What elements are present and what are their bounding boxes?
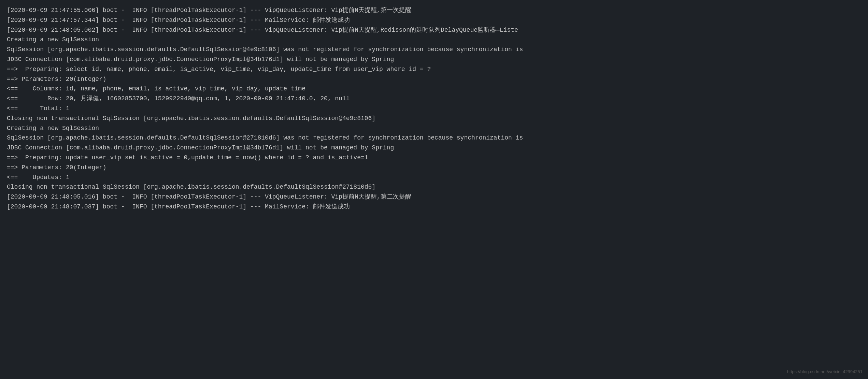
log-line-15: JDBC Connection [com.alibaba.druid.proxy…: [7, 143, 861, 153]
log-line-5: SqlSession [org.apache.ibatis.session.de…: [7, 45, 861, 55]
log-line-16: ==> Preparing: update user_vip set is_ac…: [7, 153, 861, 163]
log-line-18: <== Updates: 1: [7, 173, 861, 183]
log-line-21: [2020-09-09 21:48:07.087] boot - INFO [t…: [7, 202, 861, 212]
log-line-7: ==> Preparing: select id, name, phone, e…: [7, 64, 861, 74]
log-line-17: ==> Parameters: 20(Integer): [7, 163, 861, 173]
log-line-19: Closing non transactional SqlSession [or…: [7, 182, 861, 192]
log-line-6: JDBC Connection [com.alibaba.druid.proxy…: [7, 55, 861, 64]
log-container: [2020-09-09 21:47:55.006] boot - INFO [t…: [7, 5, 861, 212]
log-line-2: [2020-09-09 21:47:57.344] boot - INFO [t…: [7, 15, 861, 25]
log-line-4: Creating a new SqlSession: [7, 35, 861, 45]
log-line-8: ==> Parameters: 20(Integer): [7, 74, 861, 84]
log-line-11: <== Total: 1: [7, 104, 861, 114]
log-line-13: Creating a new SqlSession: [7, 123, 861, 133]
watermark: https://blog.csdn.net/weixin_42994251: [787, 368, 863, 376]
log-line-20: [2020-09-09 21:48:05.016] boot - INFO [t…: [7, 192, 861, 202]
log-line-3: [2020-09-09 21:48:05.002] boot - INFO [t…: [7, 25, 861, 35]
log-line-1: [2020-09-09 21:47:55.006] boot - INFO [t…: [7, 5, 861, 15]
log-line-10: <== Row: 20, 月泽健, 16602853790, 152992294…: [7, 94, 861, 104]
log-line-12: Closing non transactional SqlSession [or…: [7, 114, 861, 123]
log-line-14: SqlSession [org.apache.ibatis.session.de…: [7, 133, 861, 143]
log-line-9: <== Columns: id, name, phone, email, is_…: [7, 84, 861, 94]
